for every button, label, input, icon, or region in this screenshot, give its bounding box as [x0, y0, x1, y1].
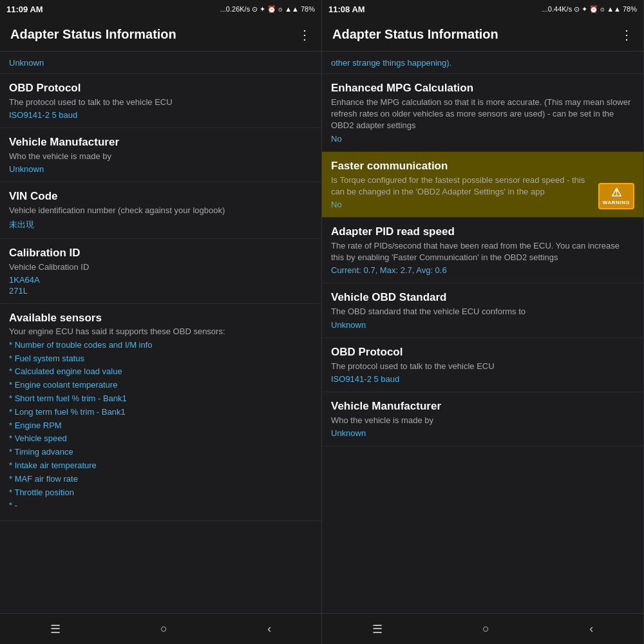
right-faster-comm-item: Faster communication Is Torque configure… — [322, 152, 643, 218]
left-vin-code-title: VIN Code — [9, 190, 312, 203]
right-alarm-icon: ⏰ — [589, 5, 598, 14]
left-truncated-top: Unknown — [0, 52, 321, 74]
left-status-icons: ...0.26K/s ⊙ ✦ ⏰ ⌾ ▲▲ 78% — [220, 5, 315, 14]
right-nav-home[interactable]: ○ — [482, 622, 489, 636]
left-header-title: Adapter Status Information — [10, 27, 176, 42]
left-vehicle-manufacturer-value: Unknown — [9, 164, 312, 174]
left-calibration-id-desc: Vehicle Calibration ID — [9, 261, 312, 273]
sensor-item-0: * Number of trouble codes and I/M info — [9, 339, 312, 352]
sensor-item-9: * Intake air temperature — [9, 459, 312, 473]
warning-exclamation-icon: ⚠ — [611, 187, 621, 198]
right-vehicle-manufacturer-value: Unknown — [331, 428, 634, 438]
right-enhanced-mpg-value: No — [331, 134, 634, 144]
left-cell-icon: ▲▲ — [285, 5, 299, 13]
sensor-item-5: * Long term fuel % trim - Bank1 — [9, 406, 312, 419]
right-vehicle-manufacturer-title: Vehicle Manufacturer — [331, 400, 634, 413]
sensor-item-4: * Short term fuel % trim - Bank1 — [9, 392, 312, 406]
left-calibration-extra: 271L — [9, 286, 312, 296]
sensor-item-2: * Calculated engine load value — [9, 365, 312, 379]
left-app-header: Adapter Status Information ⋮ — [0, 18, 321, 52]
right-faster-comm-desc: Is Torque configured for the fastest pos… — [331, 175, 598, 198]
left-vin-code-desc: Vehicle identification number (check aga… — [9, 205, 312, 216]
left-alarm-icon: ⏰ — [267, 5, 276, 14]
left-battery-text: 78% — [301, 5, 315, 13]
right-pid-speed-title: Adapter PID read speed — [331, 225, 634, 238]
left-content-area: Unknown OBD Protocol The protocol used t… — [0, 52, 321, 613]
left-signal-icon: ⊙ — [252, 5, 258, 14]
right-menu-button[interactable]: ⋮ — [620, 27, 633, 43]
right-faster-comm-text-col: Is Torque configured for the fastest pos… — [331, 175, 598, 209]
left-sensors-list: * Number of trouble codes and I/M info *… — [9, 339, 312, 513]
left-available-sensors-title: Available sensors — [9, 312, 312, 325]
sensor-item-6: * Engine RPM — [9, 419, 312, 433]
left-vehicle-manufacturer-desc: Who the vehicle is made by — [9, 151, 312, 162]
left-nav-back[interactable]: ‹ — [267, 622, 271, 636]
right-obd-protocol-title: OBD Protocol — [331, 346, 634, 359]
right-obd-protocol-value: ISO9141-2 5 baud — [331, 374, 634, 384]
left-status-bar: 11:09 AM ...0.26K/s ⊙ ✦ ⏰ ⌾ ▲▲ 78% — [0, 0, 321, 18]
sensor-item-1: * Fuel system status — [9, 352, 312, 366]
left-calibration-id-item: Calibration ID Vehicle Calibration ID 1K… — [0, 239, 321, 304]
right-enhanced-mpg-item: Enhanced MPG Calculation Enhance the MPG… — [322, 74, 643, 152]
right-enhanced-mpg-title: Enhanced MPG Calculation — [331, 82, 634, 95]
sensor-item-11: * Throttle position — [9, 486, 312, 500]
left-obd-protocol-desc: The protocol used to talk to the vehicle… — [9, 97, 312, 108]
right-app-header: Adapter Status Information ⋮ — [322, 18, 643, 52]
right-obd-protocol-desc: The protocol used to talk to the vehicle… — [331, 361, 634, 372]
left-sensors-header: Your engine ECU has said it supports the… — [9, 327, 312, 336]
left-nav-home[interactable]: ○ — [160, 622, 167, 636]
left-vin-code-item: VIN Code Vehicle identification number (… — [0, 182, 321, 238]
warning-badge: ⚠ WARNING — [598, 183, 634, 209]
right-header-title: Adapter Status Information — [332, 27, 498, 42]
warning-label: WARNING — [603, 200, 630, 205]
right-cell-icon: ▲▲ — [607, 5, 621, 13]
left-wifi-icon: ⌾ — [278, 5, 283, 13]
right-content-area: other strange things happening). Enhance… — [322, 52, 643, 613]
right-bottom-nav: ☰ ○ ‹ — [322, 613, 643, 644]
right-pid-speed-desc: The rate of PIDs/second that have been r… — [331, 240, 634, 263]
right-obd-standard-item: Vehicle OBD Standard The OBD standard th… — [322, 283, 643, 337]
left-vehicle-manufacturer-title: Vehicle Manufacturer — [9, 136, 312, 149]
right-pid-speed-item: Adapter PID read speed The rate of PIDs/… — [322, 218, 643, 283]
left-calibration-id-value: 1KA64A — [9, 275, 312, 285]
left-bluetooth-icon: ✦ — [260, 5, 265, 14]
right-truncated-top: other strange things happening). — [322, 52, 643, 74]
right-truncated-text: other strange things happening). — [331, 58, 451, 68]
sensor-item-3: * Engine coolant temperature — [9, 379, 312, 392]
sensor-item-7: * Vehicle speed — [9, 432, 312, 446]
right-nav-back[interactable]: ‹ — [589, 622, 593, 636]
right-battery-text: 78% — [623, 5, 637, 13]
left-phone-panel: 11:09 AM ...0.26K/s ⊙ ✦ ⏰ ⌾ ▲▲ 78% Adapt… — [0, 0, 322, 644]
right-signal-text: ...0.44K/s — [542, 5, 572, 13]
left-truncated-text: Unknown — [9, 58, 44, 68]
left-signal-text: ...0.26K/s — [220, 5, 250, 13]
right-pid-speed-value: Current: 0.7, Max: 2.7, Avg: 0.6 — [331, 265, 634, 275]
right-faster-comm-warning-row: Is Torque configured for the fastest pos… — [331, 175, 634, 209]
left-obd-protocol-title: OBD Protocol — [9, 82, 312, 95]
right-obd-standard-desc: The OBD standard that the vehicle ECU co… — [331, 306, 634, 317]
right-status-icons: ...0.44K/s ⊙ ✦ ⏰ ⌾ ▲▲ 78% — [542, 5, 637, 14]
right-obd-standard-value: Unknown — [331, 320, 634, 330]
left-available-sensors-item: Available sensors Your engine ECU has sa… — [0, 304, 321, 521]
right-nav-menu[interactable]: ☰ — [372, 622, 383, 636]
right-bluetooth-icon: ✦ — [582, 5, 587, 14]
right-status-bar: 11:08 AM ...0.44K/s ⊙ ✦ ⏰ ⌾ ▲▲ 78% — [322, 0, 643, 18]
left-nav-menu[interactable]: ☰ — [50, 622, 61, 636]
left-time: 11:09 AM — [6, 5, 43, 14]
right-faster-comm-title: Faster communication — [331, 160, 634, 173]
sensor-item-12: * - — [9, 499, 312, 513]
right-phone-panel: 11:08 AM ...0.44K/s ⊙ ✦ ⏰ ⌾ ▲▲ 78% Adapt… — [322, 0, 644, 644]
sensor-item-8: * Timing advance — [9, 446, 312, 459]
left-calibration-id-title: Calibration ID — [9, 247, 312, 260]
right-time: 11:08 AM — [328, 5, 365, 14]
left-vehicle-manufacturer-item: Vehicle Manufacturer Who the vehicle is … — [0, 128, 321, 182]
left-obd-protocol-value: ISO9141-2 5 baud — [9, 110, 312, 120]
right-wifi-icon: ⌾ — [600, 5, 605, 13]
left-menu-button[interactable]: ⋮ — [298, 27, 311, 43]
sensor-item-10: * MAF air flow rate — [9, 473, 312, 486]
left-bottom-nav: ☰ ○ ‹ — [0, 613, 321, 644]
right-faster-comm-value: No — [331, 200, 598, 209]
right-obd-standard-title: Vehicle OBD Standard — [331, 291, 634, 304]
right-signal-icon: ⊙ — [574, 5, 580, 14]
left-obd-protocol-item: OBD Protocol The protocol used to talk t… — [0, 74, 321, 128]
